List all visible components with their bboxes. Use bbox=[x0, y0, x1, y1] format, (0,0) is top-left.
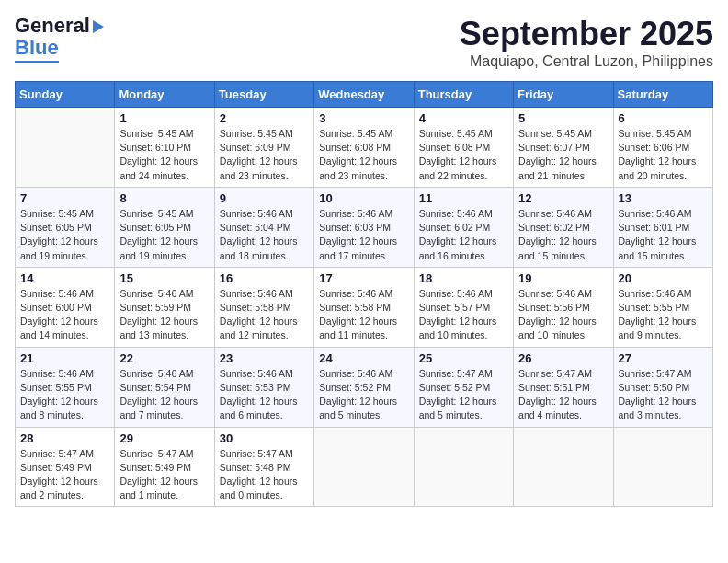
calendar-cell: 15Sunrise: 5:46 AMSunset: 5:59 PMDayligh… bbox=[115, 267, 214, 347]
day-number: 13 bbox=[619, 191, 708, 205]
day-number: 19 bbox=[518, 271, 608, 285]
calendar-cell: 16Sunrise: 5:46 AMSunset: 5:58 PMDayligh… bbox=[214, 267, 313, 347]
day-info: Sunrise: 5:46 AMSunset: 5:53 PMDaylight:… bbox=[220, 367, 309, 423]
calendar-body: 1Sunrise: 5:45 AMSunset: 6:10 PMDaylight… bbox=[16, 108, 713, 507]
day-number: 1 bbox=[119, 111, 209, 125]
day-info: Sunrise: 5:46 AMSunset: 5:57 PMDaylight:… bbox=[419, 287, 508, 343]
day-info: Sunrise: 5:45 AMSunset: 6:10 PMDaylight:… bbox=[119, 127, 209, 183]
day-info: Sunrise: 5:47 AMSunset: 5:51 PMDaylight:… bbox=[518, 367, 608, 423]
calendar-cell: 10Sunrise: 5:46 AMSunset: 6:03 PMDayligh… bbox=[314, 187, 414, 267]
calendar-cell: 11Sunrise: 5:46 AMSunset: 6:02 PMDayligh… bbox=[414, 187, 513, 267]
calendar-cell: 3Sunrise: 5:45 AMSunset: 6:08 PMDaylight… bbox=[314, 108, 414, 188]
day-number: 4 bbox=[419, 111, 508, 125]
day-number: 28 bbox=[20, 431, 109, 445]
day-info: Sunrise: 5:47 AMSunset: 5:49 PMDaylight:… bbox=[119, 447, 209, 503]
calendar-cell: 14Sunrise: 5:46 AMSunset: 6:00 PMDayligh… bbox=[16, 267, 115, 347]
calendar-cell: 20Sunrise: 5:46 AMSunset: 5:55 PMDayligh… bbox=[613, 267, 712, 347]
col-header-monday: Monday bbox=[115, 82, 214, 108]
calendar-cell: 26Sunrise: 5:47 AMSunset: 5:51 PMDayligh… bbox=[514, 347, 613, 427]
day-info: Sunrise: 5:46 AMSunset: 6:02 PMDaylight:… bbox=[419, 207, 508, 263]
col-header-thursday: Thursday bbox=[414, 82, 513, 108]
calendar-cell: 29Sunrise: 5:47 AMSunset: 5:49 PMDayligh… bbox=[115, 427, 214, 507]
day-number: 24 bbox=[319, 351, 408, 365]
day-number: 27 bbox=[619, 351, 708, 365]
calendar-cell: 9Sunrise: 5:46 AMSunset: 6:04 PMDaylight… bbox=[214, 187, 313, 267]
day-info: Sunrise: 5:45 AMSunset: 6:05 PMDaylight:… bbox=[20, 207, 109, 263]
calendar-week-2: 7Sunrise: 5:45 AMSunset: 6:05 PMDaylight… bbox=[16, 187, 713, 267]
calendar-header-row: SundayMondayTuesdayWednesdayThursdayFrid… bbox=[16, 82, 713, 108]
calendar-cell bbox=[514, 427, 613, 507]
day-info: Sunrise: 5:45 AMSunset: 6:09 PMDaylight:… bbox=[220, 127, 309, 183]
day-info: Sunrise: 5:46 AMSunset: 5:54 PMDaylight:… bbox=[119, 367, 209, 423]
day-number: 5 bbox=[518, 111, 608, 125]
day-number: 20 bbox=[619, 271, 708, 285]
day-info: Sunrise: 5:45 AMSunset: 6:08 PMDaylight:… bbox=[419, 127, 508, 183]
day-number: 30 bbox=[220, 431, 309, 445]
day-number: 16 bbox=[220, 271, 309, 285]
day-number: 18 bbox=[419, 271, 508, 285]
day-number: 6 bbox=[619, 111, 708, 125]
day-info: Sunrise: 5:46 AMSunset: 5:52 PMDaylight:… bbox=[319, 367, 408, 423]
day-info: Sunrise: 5:46 AMSunset: 5:58 PMDaylight:… bbox=[220, 287, 309, 343]
calendar-week-3: 14Sunrise: 5:46 AMSunset: 6:00 PMDayligh… bbox=[16, 267, 713, 347]
calendar-cell: 17Sunrise: 5:46 AMSunset: 5:58 PMDayligh… bbox=[314, 267, 414, 347]
day-info: Sunrise: 5:46 AMSunset: 5:59 PMDaylight:… bbox=[119, 287, 209, 343]
day-number: 26 bbox=[518, 351, 608, 365]
calendar-cell: 22Sunrise: 5:46 AMSunset: 5:54 PMDayligh… bbox=[115, 347, 214, 427]
calendar-cell bbox=[613, 427, 712, 507]
calendar-cell: 19Sunrise: 5:46 AMSunset: 5:56 PMDayligh… bbox=[514, 267, 613, 347]
calendar-cell: 25Sunrise: 5:47 AMSunset: 5:52 PMDayligh… bbox=[414, 347, 513, 427]
day-number: 15 bbox=[119, 271, 209, 285]
day-info: Sunrise: 5:46 AMSunset: 5:58 PMDaylight:… bbox=[319, 287, 408, 343]
day-number: 23 bbox=[220, 351, 309, 365]
calendar-cell: 2Sunrise: 5:45 AMSunset: 6:09 PMDaylight… bbox=[214, 108, 313, 188]
day-info: Sunrise: 5:45 AMSunset: 6:07 PMDaylight:… bbox=[518, 127, 608, 183]
calendar-cell bbox=[314, 427, 414, 507]
day-number: 8 bbox=[119, 191, 209, 205]
calendar-week-5: 28Sunrise: 5:47 AMSunset: 5:49 PMDayligh… bbox=[16, 427, 713, 507]
day-number: 7 bbox=[20, 191, 109, 205]
calendar-cell: 21Sunrise: 5:46 AMSunset: 5:55 PMDayligh… bbox=[16, 347, 115, 427]
day-info: Sunrise: 5:46 AMSunset: 5:55 PMDaylight:… bbox=[20, 367, 109, 423]
calendar-cell: 8Sunrise: 5:45 AMSunset: 6:05 PMDaylight… bbox=[115, 187, 214, 267]
month-title: September 2025 bbox=[460, 15, 713, 53]
calendar-cell: 5Sunrise: 5:45 AMSunset: 6:07 PMDaylight… bbox=[514, 108, 613, 188]
calendar-cell: 4Sunrise: 5:45 AMSunset: 6:08 PMDaylight… bbox=[414, 108, 513, 188]
calendar-cell: 23Sunrise: 5:46 AMSunset: 5:53 PMDayligh… bbox=[214, 347, 313, 427]
calendar-cell: 18Sunrise: 5:46 AMSunset: 5:57 PMDayligh… bbox=[414, 267, 513, 347]
col-header-friday: Friday bbox=[514, 82, 613, 108]
calendar-cell bbox=[16, 108, 115, 188]
day-info: Sunrise: 5:46 AMSunset: 5:55 PMDaylight:… bbox=[619, 287, 708, 343]
day-info: Sunrise: 5:47 AMSunset: 5:48 PMDaylight:… bbox=[220, 447, 309, 503]
col-header-sunday: Sunday bbox=[16, 82, 115, 108]
logo: General Blue bbox=[15, 15, 104, 63]
day-info: Sunrise: 5:46 AMSunset: 6:03 PMDaylight:… bbox=[319, 207, 408, 263]
page-header: General Blue September 2025 Maquiapo, Ce… bbox=[15, 15, 713, 70]
logo-blue: Blue bbox=[15, 37, 59, 63]
day-info: Sunrise: 5:47 AMSunset: 5:52 PMDaylight:… bbox=[419, 367, 508, 423]
day-number: 9 bbox=[220, 191, 309, 205]
day-number: 11 bbox=[419, 191, 508, 205]
calendar-week-4: 21Sunrise: 5:46 AMSunset: 5:55 PMDayligh… bbox=[16, 347, 713, 427]
calendar-cell: 13Sunrise: 5:46 AMSunset: 6:01 PMDayligh… bbox=[613, 187, 712, 267]
day-info: Sunrise: 5:47 AMSunset: 5:49 PMDaylight:… bbox=[20, 447, 109, 503]
calendar-cell: 27Sunrise: 5:47 AMSunset: 5:50 PMDayligh… bbox=[613, 347, 712, 427]
day-info: Sunrise: 5:47 AMSunset: 5:50 PMDaylight:… bbox=[619, 367, 708, 423]
day-info: Sunrise: 5:45 AMSunset: 6:08 PMDaylight:… bbox=[319, 127, 408, 183]
day-number: 3 bbox=[319, 111, 408, 125]
calendar-cell: 1Sunrise: 5:45 AMSunset: 6:10 PMDaylight… bbox=[115, 108, 214, 188]
day-info: Sunrise: 5:46 AMSunset: 6:00 PMDaylight:… bbox=[20, 287, 109, 343]
calendar-cell: 12Sunrise: 5:46 AMSunset: 6:02 PMDayligh… bbox=[514, 187, 613, 267]
day-info: Sunrise: 5:45 AMSunset: 6:06 PMDaylight:… bbox=[619, 127, 708, 183]
calendar-cell: 30Sunrise: 5:47 AMSunset: 5:48 PMDayligh… bbox=[214, 427, 313, 507]
day-number: 12 bbox=[518, 191, 608, 205]
calendar-cell: 7Sunrise: 5:45 AMSunset: 6:05 PMDaylight… bbox=[16, 187, 115, 267]
day-info: Sunrise: 5:46 AMSunset: 5:56 PMDaylight:… bbox=[518, 287, 608, 343]
day-number: 25 bbox=[419, 351, 508, 365]
col-header-saturday: Saturday bbox=[613, 82, 712, 108]
location-title: Maquiapo, Central Luzon, Philippines bbox=[460, 53, 713, 70]
day-number: 10 bbox=[319, 191, 408, 205]
day-number: 21 bbox=[20, 351, 109, 365]
day-info: Sunrise: 5:46 AMSunset: 6:04 PMDaylight:… bbox=[220, 207, 309, 263]
col-header-wednesday: Wednesday bbox=[314, 82, 414, 108]
